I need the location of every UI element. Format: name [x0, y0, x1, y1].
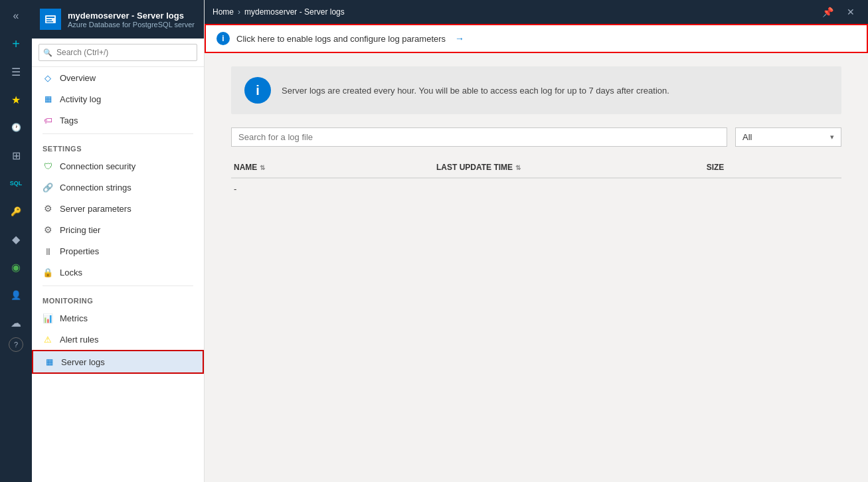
- filter-dropdown[interactable]: All ▾: [735, 127, 841, 147]
- sidebar-item-locks-label: Locks: [60, 268, 82, 278]
- col-header-size: SIZE: [707, 163, 841, 172]
- plus-icon[interactable]: +: [3, 31, 29, 57]
- info-box: i Server logs are created every hour. Yo…: [231, 66, 841, 114]
- monitor-icon[interactable]: ◉: [3, 254, 29, 280]
- sidebar-item-tags[interactable]: 🏷 Tags: [32, 110, 204, 131]
- col-time-label: LAST UPDATE TIME: [436, 163, 513, 172]
- sidebar-item-server-logs[interactable]: ▦ Server logs: [32, 350, 204, 374]
- sidebar-item-connection-strings[interactable]: 🔗 Connection strings: [32, 177, 204, 198]
- breadcrumb-sep: ›: [238, 7, 240, 17]
- sidebar-item-activity-log-label: Activity log: [60, 94, 101, 104]
- sidebar-item-locks[interactable]: 🔒 Locks: [32, 262, 204, 283]
- pin-button[interactable]: 📌: [817, 4, 839, 20]
- resource-name: mydemoserver - Server logs: [68, 11, 195, 21]
- breadcrumb-current: mydemoserver - Server logs: [244, 7, 345, 17]
- sidebar-header-text: mydemoserver - Server logs Azure Databas…: [68, 11, 195, 29]
- help-icon[interactable]: ?: [9, 337, 23, 352]
- breadcrumb: Home › mydemoserver - Server logs: [213, 7, 345, 17]
- main-panel: Home › mydemoserver - Server logs 📌 ✕ i …: [205, 0, 868, 482]
- sidebar-item-tags-label: Tags: [60, 116, 78, 125]
- sidebar-item-alert-rules[interactable]: ⚠ Alert rules: [32, 329, 204, 350]
- sidebar-item-connection-security[interactable]: 🛡 Connection security: [32, 155, 204, 177]
- left-rail: « + ☰ ★ 🕐 ⊞ SQL 🔑 ◆ ◉ 👤 ☁ ?: [0, 0, 32, 482]
- alert-arrow-icon: →: [455, 33, 464, 44]
- pricing-tier-icon: ⚙: [43, 224, 53, 235]
- alert-banner[interactable]: i Click here to enable logs and configur…: [205, 24, 868, 53]
- table-empty-dash: -: [231, 179, 841, 199]
- sort-name-icon[interactable]: ⇅: [260, 164, 265, 171]
- close-button[interactable]: ✕: [841, 4, 860, 20]
- sidebar-item-pricing-tier-label: Pricing tier: [60, 225, 100, 235]
- server-logs-icon: ▦: [44, 357, 54, 367]
- cloud-icon[interactable]: ☁: [3, 309, 29, 336]
- nav-divider-settings: [43, 133, 193, 134]
- locks-icon: 🔒: [43, 267, 53, 278]
- sidebar-item-metrics[interactable]: 📊 Metrics: [32, 307, 204, 329]
- svg-rect-2: [46, 19, 52, 21]
- nav-divider-monitoring: [43, 285, 193, 286]
- settings-section-label: SETTINGS: [32, 137, 204, 155]
- sidebar-item-activity-log[interactable]: ▦ Activity log: [32, 88, 204, 110]
- topbar-actions: 📌 ✕: [817, 4, 860, 20]
- sidebar-item-connection-security-label: Connection security: [60, 161, 135, 171]
- dashboard-icon[interactable]: ⊞: [3, 142, 29, 169]
- menu-icon[interactable]: ☰: [3, 58, 29, 85]
- activity-log-icon: ▦: [43, 94, 53, 104]
- sidebar-nav: ◇ Overview ▦ Activity log 🏷 Tags SETTING…: [32, 67, 204, 482]
- breadcrumb-home[interactable]: Home: [213, 7, 234, 17]
- favorites-icon[interactable]: ★: [3, 86, 29, 113]
- sidebar-header: mydemoserver - Server logs Azure Databas…: [32, 0, 204, 39]
- sidebar-search-container: 🔍: [32, 39, 204, 67]
- sidebar-item-alert-rules-label: Alert rules: [60, 335, 99, 345]
- content-area: i Click here to enable logs and configur…: [205, 24, 868, 482]
- svg-rect-1: [46, 17, 54, 18]
- sidebar-item-properties-label: Properties: [60, 246, 99, 256]
- sidebar-item-server-parameters[interactable]: ⚙ Server parameters: [32, 198, 204, 219]
- col-header-name: NAME ⇅: [231, 163, 436, 172]
- svg-rect-3: [46, 21, 53, 23]
- sidebar-item-server-parameters-label: Server parameters: [60, 204, 131, 214]
- content-inner: i Server logs are created every hour. Yo…: [205, 53, 868, 212]
- properties-icon: |||: [43, 246, 53, 256]
- resource-icon: [40, 9, 61, 30]
- sidebar: mydemoserver - Server logs Azure Databas…: [32, 0, 205, 482]
- table-header: NAME ⇅ LAST UPDATE TIME ⇅ SIZE: [231, 157, 841, 179]
- col-name-label: NAME: [234, 163, 257, 172]
- search-icon: 🔍: [43, 48, 52, 57]
- chevron-expand-icon[interactable]: «: [3, 3, 29, 29]
- key-icon[interactable]: 🔑: [3, 198, 29, 224]
- search-input[interactable]: [39, 44, 197, 61]
- info-box-text: Server logs are created every hour. You …: [282, 86, 669, 96]
- overview-icon: ◇: [43, 72, 53, 83]
- alert-text: Click here to enable logs and configure …: [236, 34, 446, 44]
- filter-row: All ▾: [231, 127, 841, 147]
- log-search-input[interactable]: [231, 127, 727, 147]
- alert-rules-icon: ⚠: [43, 334, 53, 345]
- sidebar-item-properties[interactable]: ||| Properties: [32, 240, 204, 262]
- chevron-down-icon: ▾: [830, 133, 834, 141]
- sidebar-item-connection-strings-label: Connection strings: [60, 183, 131, 193]
- info-box-icon: i: [244, 77, 271, 104]
- sidebar-item-server-logs-label: Server logs: [61, 357, 105, 367]
- sidebar-item-pricing-tier[interactable]: ⚙ Pricing tier: [32, 219, 204, 240]
- recent-icon[interactable]: 🕐: [3, 114, 29, 141]
- sql-icon[interactable]: SQL: [3, 170, 29, 197]
- filter-dropdown-value: All: [742, 132, 752, 142]
- sidebar-item-metrics-label: Metrics: [60, 313, 88, 323]
- table-body: -: [231, 179, 841, 199]
- resource-subtitle: Azure Database for PostgreSQL server: [68, 21, 195, 29]
- metrics-icon: 📊: [43, 313, 53, 323]
- server-parameters-icon: ⚙: [43, 203, 53, 214]
- monitoring-section-label: MONITORING: [32, 289, 204, 307]
- sidebar-item-overview-label: Overview: [60, 73, 96, 83]
- tags-icon: 🏷: [43, 115, 53, 125]
- alert-info-icon: i: [217, 32, 230, 45]
- topbar: Home › mydemoserver - Server logs 📌 ✕: [205, 0, 868, 24]
- col-header-time: LAST UPDATE TIME ⇅: [436, 163, 707, 172]
- col-size-label: SIZE: [707, 163, 725, 172]
- connection-security-icon: 🛡: [43, 161, 53, 171]
- sidebar-item-overview[interactable]: ◇ Overview: [32, 67, 204, 88]
- sort-time-icon[interactable]: ⇅: [515, 164, 521, 171]
- person-icon[interactable]: 👤: [3, 281, 29, 308]
- diamond-icon[interactable]: ◆: [3, 226, 29, 252]
